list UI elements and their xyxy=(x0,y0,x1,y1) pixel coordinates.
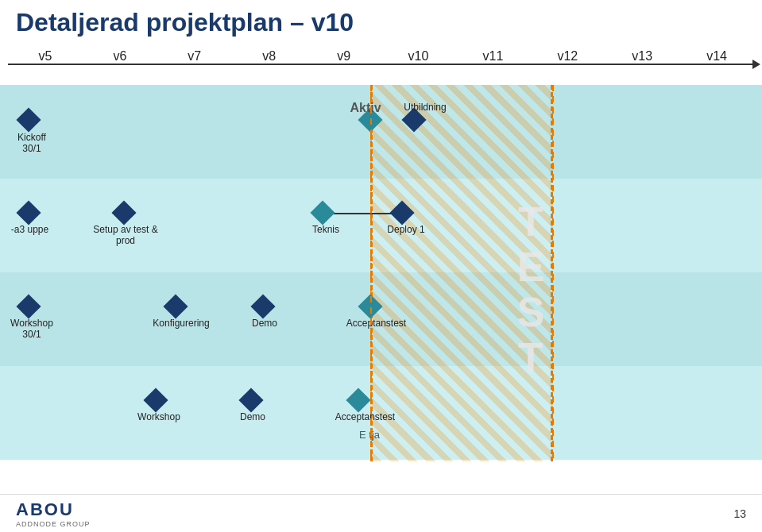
label-demo1: Demo xyxy=(245,318,284,329)
test-letter-E: E xyxy=(517,245,545,290)
logo-abou: ABOU xyxy=(16,499,74,520)
logo-area: ABOU ADDNODE GROUP xyxy=(16,499,91,528)
label-utbildning: Utbildning xyxy=(389,102,461,113)
logo-sub: ADDNODE GROUP xyxy=(16,520,91,528)
version-v11: v11 xyxy=(455,49,530,64)
version-v6: v6 xyxy=(83,49,157,64)
label-setup: Setup av test & prod xyxy=(86,224,165,246)
timeline-container: v5 v6 v7 v8 v9 v10 v11 v12 v13 v14 Kicko… xyxy=(0,41,762,532)
version-v10: v10 xyxy=(381,49,456,64)
label-a3uppe: -a3 uppe xyxy=(4,224,56,235)
version-v8: v8 xyxy=(232,49,307,64)
label-deploy1: Deploy 1 xyxy=(378,224,434,235)
label-aktiv: Aktiv xyxy=(334,101,397,115)
version-v14: v14 xyxy=(679,49,754,64)
label-workshop1: Workshop30/1 xyxy=(4,318,60,340)
version-v13: v13 xyxy=(605,49,679,64)
header: Detaljerad projektplan – v10 xyxy=(0,0,762,41)
test-letter-T2: T xyxy=(518,335,543,380)
label-etja: E tja xyxy=(342,429,397,441)
arrow-teknisk-deploy xyxy=(333,213,396,214)
footer: ABOU ADDNODE GROUP 13 xyxy=(0,494,762,532)
timeline-arrow xyxy=(8,64,754,65)
label-kickoff: Kickoff 30/1 xyxy=(8,132,56,154)
sprint-left-border xyxy=(370,85,372,461)
page-number: 13 xyxy=(733,507,746,520)
label-demo2: Demo xyxy=(233,411,273,422)
version-v7: v7 xyxy=(157,49,232,64)
version-v12: v12 xyxy=(530,49,605,64)
version-v9: v9 xyxy=(307,49,381,64)
label-workshop2: Workshop xyxy=(131,411,187,422)
label-acceptanstest1: Acceptanstest xyxy=(338,318,414,329)
label-konfigurering: Konfigurering xyxy=(145,318,217,329)
label-teknisk: Teknis xyxy=(294,224,358,235)
version-labels: v5 v6 v7 v8 v9 v10 v11 v12 v13 v14 xyxy=(8,49,754,64)
sprint-right-border xyxy=(552,85,554,461)
test-overlay: T E S T xyxy=(491,175,571,405)
test-letter-T1: T xyxy=(518,199,543,245)
page-title: Detaljerad projektplan – v10 xyxy=(16,8,746,37)
version-v5: v5 xyxy=(8,49,83,64)
label-acceptanstest2: Acceptanstest xyxy=(327,411,403,422)
test-letter-S: S xyxy=(517,290,545,335)
